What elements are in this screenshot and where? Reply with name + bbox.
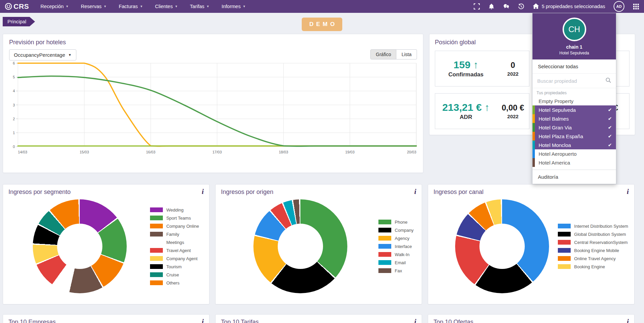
legend-swatch bbox=[558, 264, 571, 269]
legend-item-company-agent: Company Agent bbox=[150, 256, 199, 261]
check-icon: ✔ bbox=[608, 125, 612, 130]
legend-item-travel-agent: Travel Agent bbox=[150, 248, 199, 253]
toggle-graph-button[interactable]: Gráfico bbox=[370, 49, 396, 59]
info-icon[interactable]: i bbox=[202, 318, 204, 323]
top10-offers-title: Top 10 Ofertas bbox=[434, 319, 629, 323]
svg-text:18/03: 18/03 bbox=[279, 150, 288, 154]
segment-panel-title: Ingresos por segmento bbox=[8, 189, 204, 196]
user-avatar[interactable]: AD bbox=[614, 1, 624, 12]
forecast-controls: OccupancyPercentage ▼ Gráfico Lista bbox=[9, 49, 417, 60]
stat-adr: 213,21 € ↑ ADR 0,00 € 2022 bbox=[435, 93, 529, 129]
top10-rates-panel: Top 10 Tarifas i bbox=[215, 314, 422, 323]
legend-item-central-reservationsystem: Central ReservationSystem bbox=[558, 240, 628, 245]
legend-swatch bbox=[378, 252, 391, 257]
property-color-strip bbox=[532, 149, 535, 158]
info-icon[interactable]: i bbox=[627, 188, 629, 195]
channel-revenue-panel: Ingresos por canal i Internet Distributi… bbox=[428, 184, 635, 304]
property-color-strip bbox=[532, 141, 535, 149]
chevron-down-icon: ▼ bbox=[68, 53, 72, 57]
search-icon bbox=[605, 77, 611, 84]
svg-text:16/03: 16/03 bbox=[146, 150, 155, 154]
top10-companies-title: Top 10 Empresas bbox=[8, 319, 204, 323]
legend-swatch bbox=[150, 248, 163, 253]
property-selector[interactable]: 5 propiedades seleccionadas bbox=[533, 3, 605, 10]
stat-confirmed: 159 ↑ Confirmadas 0 2022 bbox=[435, 51, 529, 86]
navbar-right: 5 propiedades seleccionadas AD bbox=[473, 1, 639, 12]
chain-name: chain 1 bbox=[532, 44, 616, 50]
top10-rates-title: Top 10 Tarifas bbox=[221, 319, 416, 323]
info-icon[interactable]: i bbox=[414, 318, 416, 323]
forecast-panel: Previsión por hoteles OccupancyPercentag… bbox=[3, 34, 423, 173]
svg-text:17/03: 17/03 bbox=[213, 150, 222, 154]
property-item-hotel-sepulveda[interactable]: Hotel Sepulveda✔ bbox=[532, 105, 616, 114]
channel-panel-title: Ingresos por canal bbox=[434, 189, 629, 196]
property-search[interactable]: Buscar propiedad bbox=[532, 74, 616, 88]
svg-text:15/03: 15/03 bbox=[80, 150, 89, 154]
info-icon[interactable]: i bbox=[627, 318, 629, 323]
svg-text:2: 2 bbox=[13, 117, 15, 121]
chevron-down-icon: ▼ bbox=[206, 5, 209, 8]
toggle-list-button[interactable]: Lista bbox=[396, 49, 417, 59]
legend-swatch bbox=[150, 224, 163, 228]
legend-swatch bbox=[378, 260, 391, 265]
property-item-hotel-gran-via[interactable]: Hotel Gran Via✔ bbox=[532, 123, 616, 132]
legend-item-company: Company bbox=[378, 228, 414, 233]
dashboard-page: CRS Recepción▼Reservas▼Facturas▼Clientes… bbox=[0, 0, 644, 323]
fullscreen-icon[interactable] bbox=[473, 3, 480, 10]
menu-reservas[interactable]: Reservas▼ bbox=[81, 4, 106, 9]
property-color-strip bbox=[532, 105, 535, 114]
legend-swatch bbox=[558, 240, 571, 245]
app-logo[interactable]: CRS bbox=[5, 2, 29, 10]
property-search-placeholder: Buscar propiedad bbox=[537, 78, 577, 84]
legend-item-global-distribution-system: Global Distribution System bbox=[558, 232, 628, 237]
property-item-hotel-aeropuerto[interactable]: Hotel Aeropuerto bbox=[532, 149, 616, 158]
legend-item-online-travel-agency: Online Travel Agency bbox=[558, 256, 628, 261]
property-item-hotel-moncloa[interactable]: Hotel Moncloa✔ bbox=[532, 141, 616, 149]
bell-icon[interactable] bbox=[488, 3, 495, 10]
legend-item-interface: Interface bbox=[378, 244, 414, 249]
origin-donut-chart bbox=[253, 199, 347, 293]
property-item-hotel-balmes[interactable]: Hotel Balmes✔ bbox=[532, 114, 616, 123]
top10-companies-panel: Top 10 Empresas i bbox=[3, 314, 209, 323]
up-arrow-icon: ↑ bbox=[485, 102, 490, 113]
apps-grid-icon[interactable] bbox=[633, 3, 639, 10]
menu-tarifas[interactable]: Tarifas▼ bbox=[190, 4, 209, 9]
legend-swatch bbox=[378, 220, 391, 224]
chain-header: CH chain 1 Hotel Sepulveda bbox=[532, 13, 616, 59]
check-icon: ✔ bbox=[608, 133, 612, 139]
chevron-down-icon: ▼ bbox=[243, 5, 246, 8]
legend-swatch bbox=[378, 268, 391, 273]
legend-item-family: Family bbox=[150, 232, 199, 237]
legend-swatch bbox=[150, 232, 163, 237]
property-item-hotel-plaza-espa-a[interactable]: Hotel Plaza España✔ bbox=[532, 132, 616, 141]
legend-item-meetings: Meetings bbox=[150, 240, 199, 245]
svg-text:19/03: 19/03 bbox=[345, 150, 355, 154]
info-icon[interactable]: i bbox=[414, 188, 416, 195]
svg-text:5: 5 bbox=[13, 75, 15, 79]
menu-facturas[interactable]: Facturas▼ bbox=[119, 4, 143, 9]
top-navbar: CRS Recepción▼Reservas▼Facturas▼Clientes… bbox=[0, 0, 644, 13]
legend-item-walk-in: Walk-In bbox=[378, 252, 414, 257]
chevron-down-icon: ▼ bbox=[140, 5, 143, 8]
properties-group-label: Tus propiedades bbox=[532, 88, 616, 97]
select-all-item[interactable]: Seleccionar todas bbox=[532, 59, 616, 74]
breadcrumb[interactable]: Principal bbox=[3, 17, 35, 26]
chain-current-property: Hotel Sepulveda bbox=[532, 51, 616, 55]
menu-informes[interactable]: Informes▼ bbox=[222, 4, 246, 9]
menu-recepcion[interactable]: Recepción▼ bbox=[41, 4, 69, 9]
property-color-strip bbox=[532, 158, 535, 167]
legend-swatch bbox=[558, 224, 571, 228]
legend-swatch bbox=[558, 248, 571, 253]
info-icon[interactable]: i bbox=[202, 188, 204, 195]
origin-legend: PhoneCompanyAgencyInterfaceWalk-InEmailF… bbox=[378, 220, 414, 273]
history-icon[interactable] bbox=[518, 3, 524, 10]
chat-icon[interactable] bbox=[503, 3, 510, 10]
svg-text:4: 4 bbox=[13, 89, 15, 93]
menu-clientes[interactable]: Clientes▼ bbox=[155, 4, 178, 9]
audit-item[interactable]: Auditoría bbox=[532, 170, 616, 184]
metric-selector-dropdown[interactable]: OccupancyPercentage ▼ bbox=[9, 49, 76, 60]
legend-swatch bbox=[558, 232, 571, 237]
property-dropdown: CH chain 1 Hotel Sepulveda Seleccionar t… bbox=[532, 13, 616, 184]
property-item-empty-property[interactable]: Empty Property bbox=[532, 97, 616, 105]
property-item-hotel-america[interactable]: Hotel America bbox=[532, 158, 616, 167]
